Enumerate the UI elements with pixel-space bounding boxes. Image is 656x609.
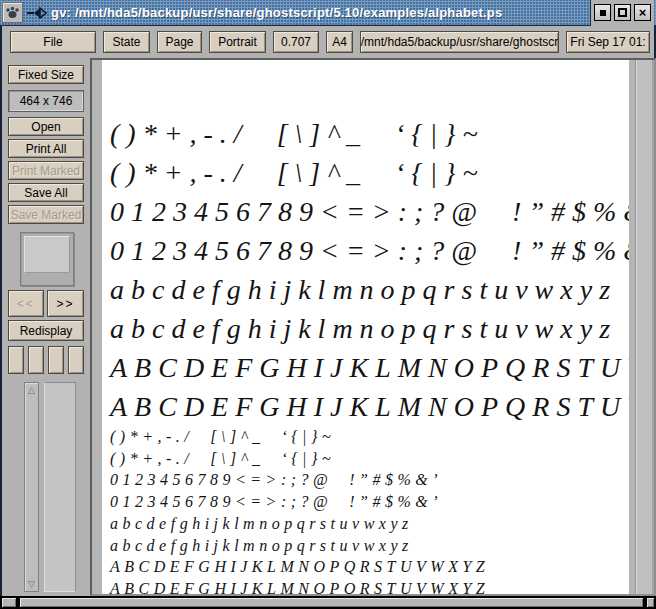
sidebar: Fixed Size 464 x 746 Open Print All Prin… (0, 58, 90, 596)
specimen-line: abcdefghijklmnopqrstuvwxyz (110, 309, 629, 348)
marker-button-1[interactable] (8, 346, 24, 374)
specimen-line: abcdefghijklmnopqrstuvwxyz (110, 513, 629, 535)
page-list-panel (44, 382, 76, 592)
specimen-line: ABCDEFGHIJKLMNOPQRSTUVWXYZ (110, 348, 629, 387)
specimen-line: 0123456789<=>:;?@ !”#$%&’ (110, 491, 629, 513)
paw-icon (5, 5, 20, 20)
specimen-line: 0123456789<=>:;?@ !”#$%&’ (110, 469, 629, 491)
orientation-button[interactable]: Portrait (209, 31, 266, 53)
scroll-down-icon[interactable]: ▽ (25, 577, 38, 591)
scale-button[interactable]: 0.707 (273, 31, 319, 53)
state-menu-button[interactable]: State (103, 31, 150, 53)
specimen-line: ABCDEFGHIJKLMNOPQRSTUVWXYZ (110, 578, 629, 594)
prev-page-button[interactable]: << (8, 290, 44, 317)
redisplay-button[interactable]: Redisplay (8, 320, 84, 341)
window-controls: × (590, 0, 654, 26)
toolbar: File State Page Portrait 0.707 A4 /mnt/h… (0, 26, 656, 58)
open-button[interactable]: Open (8, 117, 84, 136)
marker-button-2[interactable] (28, 346, 44, 374)
page-size-display[interactable]: 464 x 746 (8, 90, 84, 112)
print-all-button[interactable]: Print All (8, 139, 84, 158)
scroll-up-icon[interactable]: △ (25, 383, 38, 397)
filename-button[interactable]: /mnt/hda5/backup/usr/share/ghostscr (360, 31, 559, 53)
scrollbar-trough[interactable] (25, 397, 38, 577)
print-marked-button[interactable]: Print Marked (8, 161, 84, 180)
h-scroll-right-cap[interactable] (647, 598, 654, 607)
page-locator-thumbnail (24, 236, 70, 273)
page-list-scrollbar[interactable]: △ ▽ (24, 382, 39, 592)
maximize-button[interactable] (614, 4, 631, 21)
maximize-icon (618, 8, 627, 17)
titlebar[interactable]: gv: /mnt/hda5/backup/usr/share/ghostscri… (0, 0, 656, 26)
save-marked-button[interactable]: Save Marked (8, 205, 84, 224)
specimen-line: ()*+,-./ [\]^_ ‘{|}~ (110, 426, 629, 448)
document-viewport[interactable]: ()*+,-./ [\]^_ ‘{|}~ ()*+,-./ [\]^_ ‘{|}… (90, 58, 656, 596)
next-page-button[interactable]: >> (47, 290, 84, 317)
specimen-line: abcdefghijklmnopqrstuvwxyz (110, 270, 629, 309)
specimen-line: 0123456789<=>:;?@ !”#$%&’ (110, 231, 629, 270)
specimen-line: abcdefghijklmnopqrstuvwxyz (110, 535, 629, 557)
specimen-line: ()*+,-./ [\]^_ ‘{|}~ (110, 448, 629, 470)
date-button[interactable]: Fri Sep 17 01: (566, 31, 650, 53)
specimen-line: ()*+,-./ [\]^_ ‘{|}~ (110, 153, 629, 192)
gv-window: gv: /mnt/hda5/backup/usr/share/ghostscri… (0, 0, 656, 609)
document-page: ()*+,-./ [\]^_ ‘{|}~ ()*+,-./ [\]^_ ‘{|}… (102, 60, 629, 594)
specimen-line: 0123456789<=>:;?@ !”#$%&’ (110, 192, 629, 231)
minimize-button[interactable] (594, 4, 611, 21)
file-menu-button[interactable]: File (10, 31, 96, 53)
close-icon: × (639, 6, 647, 19)
marker-button-3[interactable] (48, 346, 64, 374)
marker-button-4[interactable] (68, 346, 84, 374)
minimize-icon (600, 10, 606, 16)
media-size-button[interactable]: A4 (326, 31, 353, 53)
save-all-button[interactable]: Save All (8, 183, 84, 202)
specimen-line: ABCDEFGHIJKLMNOPQRSTUVWXYZ (110, 387, 629, 426)
horizontal-scrollbar[interactable] (0, 596, 656, 609)
window-title: gv: /mnt/hda5/backup/usr/share/ghostscri… (51, 5, 586, 20)
specimen-line: ()*+,-./ [\]^_ ‘{|}~ (110, 114, 629, 153)
close-button[interactable]: × (634, 4, 651, 21)
gv-app-icon (2, 2, 23, 23)
h-scroll-thumb[interactable] (20, 598, 643, 607)
page-locator[interactable] (20, 232, 74, 286)
main-area: Fixed Size 464 x 746 Open Print All Prin… (0, 58, 656, 596)
page-menu-button[interactable]: Page (157, 31, 202, 53)
specimen-line: ABCDEFGHIJKLMNOPQRSTUVWXYZ (110, 556, 629, 578)
h-scroll-left-cap[interactable] (2, 598, 16, 607)
fixed-size-button[interactable]: Fixed Size (8, 65, 84, 84)
vertical-scrollbar[interactable] (635, 60, 654, 594)
window-pin-icon[interactable] (27, 7, 47, 19)
